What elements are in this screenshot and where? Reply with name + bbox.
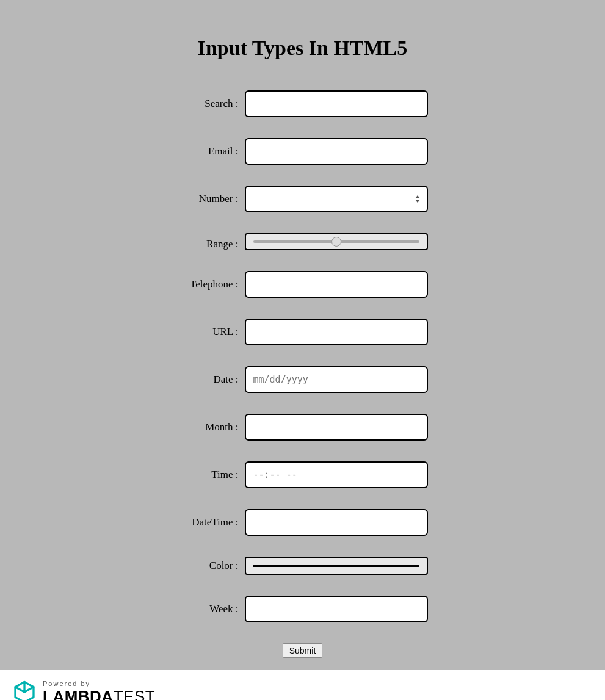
logo-text: Powered by LAMBDATEST [43, 680, 155, 701]
label-time: Time : [178, 469, 245, 481]
color-swatch [253, 565, 419, 567]
row-number: Number : [89, 186, 516, 212]
submit-row: Submit [89, 643, 516, 658]
row-email: Email : [89, 138, 516, 165]
label-week: Week : [178, 603, 245, 615]
week-input[interactable] [245, 596, 428, 622]
footer-logo: Powered by LAMBDATEST [12, 680, 155, 700]
spinner-up-icon [415, 195, 420, 198]
label-range: Range : [178, 238, 245, 250]
lambdatest-logo-icon [12, 680, 37, 700]
row-datetime: DateTime : [89, 509, 516, 536]
label-url: URL : [178, 326, 245, 338]
date-input[interactable] [245, 366, 428, 393]
row-color: Color : [89, 557, 516, 575]
range-input[interactable] [245, 233, 428, 250]
powered-by-label: Powered by [43, 680, 155, 687]
submit-button[interactable]: Submit [283, 643, 323, 658]
row-range: Range : [89, 233, 516, 250]
label-telephone: Telephone : [178, 278, 245, 290]
row-url: URL : [89, 319, 516, 345]
footer: Powered by LAMBDATEST [0, 670, 605, 700]
number-input[interactable] [245, 186, 428, 212]
row-telephone: Telephone : [89, 271, 516, 298]
range-thumb-icon[interactable] [331, 237, 341, 247]
label-email: Email : [178, 145, 245, 157]
range-track [253, 240, 419, 243]
url-input[interactable] [245, 319, 428, 345]
email-input[interactable] [245, 138, 428, 165]
search-input[interactable] [245, 90, 428, 117]
label-date: Date : [178, 373, 245, 386]
datetime-input[interactable] [245, 509, 428, 536]
brand-name: LAMBDATEST [43, 688, 155, 701]
time-input[interactable] [245, 461, 428, 488]
brand-bold: LAMBDA [43, 687, 114, 701]
month-input[interactable] [245, 414, 428, 441]
label-color: Color : [178, 560, 245, 572]
form-content: Input Types In HTML5 Search : Email : Nu… [89, 37, 516, 658]
row-search: Search : [89, 90, 516, 117]
number-spinner-icon[interactable] [413, 193, 422, 204]
label-number: Number : [178, 193, 245, 205]
row-week: Week : [89, 596, 516, 622]
label-search: Search : [178, 98, 245, 110]
color-input[interactable] [245, 557, 428, 575]
telephone-input[interactable] [245, 271, 428, 298]
page-title: Input Types In HTML5 [89, 37, 516, 60]
label-month: Month : [178, 421, 245, 433]
row-date: Date : [89, 366, 516, 393]
spinner-down-icon [415, 200, 420, 203]
row-time: Time : [89, 461, 516, 488]
row-month: Month : [89, 414, 516, 441]
page-container: Input Types In HTML5 Search : Email : Nu… [0, 0, 605, 670]
label-datetime: DateTime : [178, 516, 245, 529]
brand-light: TEST [114, 687, 155, 701]
